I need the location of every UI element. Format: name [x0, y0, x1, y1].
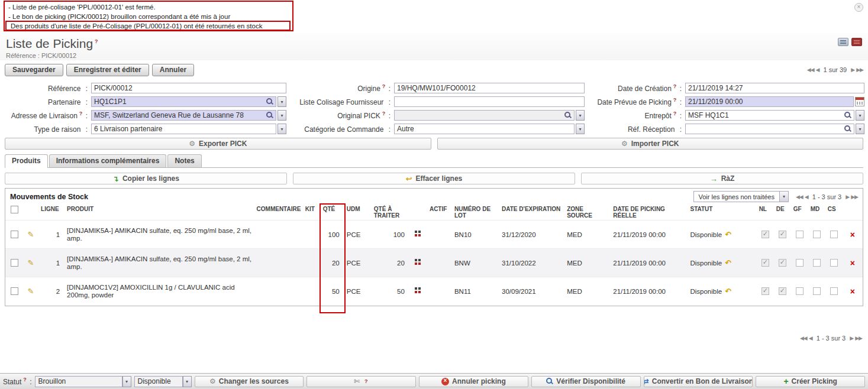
row-select-checkbox[interactable]: [11, 287, 18, 295]
first-page-icon[interactable]: ◀◀: [800, 335, 807, 341]
search-icon[interactable]: [844, 112, 851, 119]
de-checkbox[interactable]: [779, 231, 786, 238]
last-page-icon[interactable]: ▶▶: [851, 194, 858, 200]
cell-statut[interactable]: Disponible↶: [688, 249, 756, 277]
cs-checkbox[interactable]: [830, 259, 838, 267]
cell-zone-source[interactable]: MED: [564, 221, 611, 249]
cell-qte[interactable]: 50: [321, 277, 344, 306]
copy-lines-button[interactable]: ↴ Copier les lignes: [5, 173, 287, 184]
cell-zone-source[interactable]: MED: [564, 277, 611, 306]
md-checkbox[interactable]: [813, 231, 821, 238]
cell-actif[interactable]: [427, 221, 452, 249]
undo-icon[interactable]: ↶: [725, 230, 731, 239]
cell-produit[interactable]: [DINJAMIK5A-] AMIKACIN sulfate, eq. 250 …: [64, 249, 254, 277]
chevron-down-icon[interactable]: ▾: [779, 192, 788, 202]
cell-qte-a-traiter[interactable]: 20: [372, 249, 409, 277]
cell-udm[interactable]: PCE: [344, 277, 372, 306]
entrepot-input[interactable]: MSF HQ1C1: [685, 110, 854, 121]
chevron-down-icon[interactable]: ▾: [277, 110, 286, 121]
nl-checkbox[interactable]: [761, 287, 769, 295]
cell-ligne[interactable]: 1: [38, 249, 64, 277]
cell-qte[interactable]: 100: [321, 221, 344, 249]
md-checkbox[interactable]: [813, 287, 821, 295]
calendar-icon[interactable]: [855, 97, 864, 106]
edit-pencil-icon[interactable]: ✎: [28, 230, 34, 239]
chevron-down-icon[interactable]: ▾: [856, 110, 864, 121]
raz-button[interactable]: → RàZ: [581, 173, 863, 184]
chevron-down-icon[interactable]: ▾: [183, 376, 192, 387]
cell-kit[interactable]: [303, 249, 321, 277]
search-icon[interactable]: [564, 112, 572, 119]
availability-select[interactable]: Disponible: [134, 376, 183, 387]
cell-udm[interactable]: PCE: [344, 249, 372, 277]
original-pick-input[interactable]: [394, 110, 575, 121]
chevron-down-icon[interactable]: ▾: [856, 124, 864, 134]
gf-checkbox[interactable]: [796, 231, 804, 238]
chevron-down-icon[interactable]: ▾: [277, 96, 286, 107]
nl-checkbox[interactable]: [761, 231, 769, 238]
next-page-icon[interactable]: ▶: [851, 67, 854, 73]
list-view-icon[interactable]: [838, 38, 848, 46]
date-creation-input[interactable]: 21/11/2019 14:27: [685, 83, 864, 93]
undo-icon[interactable]: ↶: [725, 258, 731, 267]
chevron-down-icon[interactable]: ▾: [277, 124, 286, 134]
gf-checkbox[interactable]: [796, 287, 804, 295]
cell-numero-lot[interactable]: BN11: [452, 277, 499, 306]
lines-filter-select[interactable]: Voir les lignes non traitées ▾: [693, 191, 789, 202]
help-icon[interactable]: ?: [364, 378, 368, 384]
first-page-icon[interactable]: ◀◀: [796, 194, 803, 200]
chevron-down-icon[interactable]: ▾: [122, 376, 131, 387]
cell-kit[interactable]: [303, 221, 321, 249]
split-line-icon[interactable]: [415, 231, 421, 237]
cell-actif[interactable]: [427, 277, 452, 306]
last-page-icon[interactable]: ▶▶: [855, 335, 862, 341]
statut-select[interactable]: Brouillon: [35, 376, 122, 387]
de-checkbox[interactable]: [779, 259, 786, 267]
cell-kit[interactable]: [303, 277, 321, 306]
select-all-checkbox[interactable]: [11, 206, 18, 213]
save-button[interactable]: Sauvegarder: [5, 64, 63, 76]
row-select-checkbox[interactable]: [11, 231, 18, 238]
partenaire-input[interactable]: HQ1C1P1: [91, 96, 276, 107]
form-view-icon[interactable]: [851, 38, 862, 46]
split-button[interactable]: ✄ ?: [306, 376, 416, 387]
cell-ligne[interactable]: 1: [38, 221, 64, 249]
search-icon[interactable]: [266, 98, 273, 105]
cell-statut[interactable]: Disponible↶: [688, 277, 756, 306]
type-raison-select[interactable]: 6 Livraison partenaire: [91, 124, 276, 134]
cell-commentaire[interactable]: [254, 277, 303, 306]
row-select-checkbox[interactable]: [11, 259, 18, 267]
check-availability-button[interactable]: Vérifier Disponibilité: [531, 376, 641, 387]
cell-produit[interactable]: [DINJAMIK5A-] AMIKACIN sulfate, eq. 250 …: [64, 221, 254, 249]
cs-checkbox[interactable]: [830, 231, 838, 238]
close-icon[interactable]: ×: [854, 3, 863, 12]
next-page-icon[interactable]: ▶: [846, 194, 849, 200]
md-checkbox[interactable]: [813, 259, 821, 267]
origine-input[interactable]: 19/HQ/MW101/FO00012: [394, 83, 585, 93]
cell-date-expiration[interactable]: 30/09/2021: [499, 277, 564, 306]
prev-page-icon[interactable]: ◀: [809, 335, 812, 341]
chevron-down-icon[interactable]: ▾: [576, 124, 585, 134]
cell-numero-lot[interactable]: BNW: [452, 249, 499, 277]
tab-notes[interactable]: Notes: [167, 154, 201, 167]
tab-produits[interactable]: Produits: [5, 154, 48, 168]
date-prevue-input[interactable]: 21/11/2019 00:00: [685, 96, 854, 107]
cell-date-picking[interactable]: 21/11/2019 00:00: [611, 249, 688, 277]
delete-icon[interactable]: ×: [850, 230, 855, 239]
last-page-icon[interactable]: ▶▶: [856, 67, 863, 73]
cell-date-picking[interactable]: 21/11/2019 00:00: [611, 277, 688, 306]
cell-commentaire[interactable]: [254, 221, 303, 249]
cancel-button[interactable]: Annuler: [152, 64, 194, 76]
reference-input[interactable]: PICK/00012: [91, 83, 286, 93]
cell-date-picking[interactable]: 21/11/2019 00:00: [611, 221, 688, 249]
ref-reception-input[interactable]: [685, 124, 854, 134]
adresse-livraison-input[interactable]: MSF, Switzerland Geneva Rue de Lausanne …: [91, 110, 276, 121]
delete-icon[interactable]: ×: [850, 287, 855, 296]
tab-informations-complementaires[interactable]: Informations complémentaires: [49, 154, 167, 167]
change-sources-button[interactable]: ⚙ Changer les sources: [195, 376, 304, 387]
cell-commentaire[interactable]: [254, 249, 303, 277]
cell-qte-a-traiter[interactable]: 50: [372, 277, 409, 306]
edit-pencil-icon[interactable]: ✎: [28, 287, 34, 296]
cell-date-expiration[interactable]: 31/12/2020: [499, 221, 564, 249]
edit-pencil-icon[interactable]: ✎: [28, 258, 34, 267]
